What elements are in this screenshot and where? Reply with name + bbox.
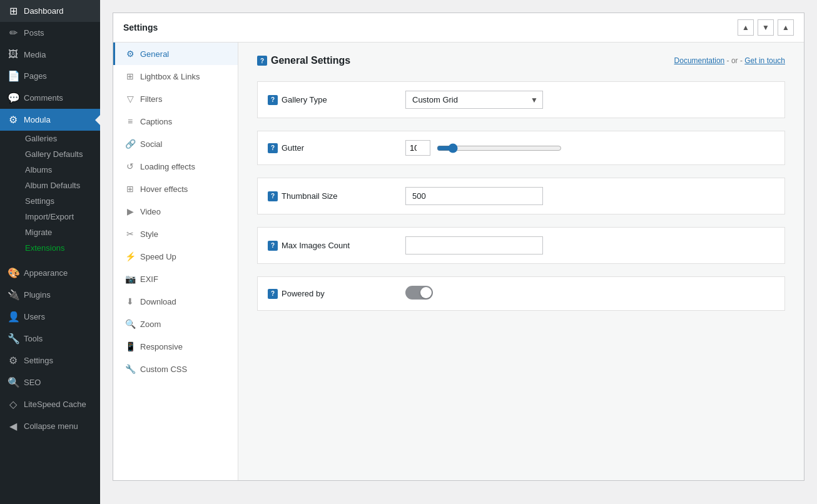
- gutter-help[interactable]: ?: [268, 143, 278, 153]
- nav-item-captions-label: Captions: [140, 117, 172, 126]
- sidebar-item-label: Posts: [24, 28, 44, 38]
- nav-item-video[interactable]: ▶ Video: [113, 200, 238, 223]
- sidebar-item-label: Settings: [24, 356, 53, 365]
- get-in-touch-link[interactable]: Get in touch: [744, 56, 785, 65]
- video-nav-icon: ▶: [125, 206, 135, 216]
- panel-down-button[interactable]: ▼: [758, 19, 774, 36]
- powered-by-toggle[interactable]: [405, 286, 433, 300]
- powered-by-help[interactable]: ?: [268, 289, 278, 299]
- sidebar-item-pages[interactable]: 📄 Pages: [0, 65, 100, 87]
- settings-panel: Settings ▲ ▼ ▲ ⚙ General ⊞ Lightbox & Li…: [113, 13, 804, 481]
- sidebar-item-modula[interactable]: ⚙ Modula: [0, 109, 100, 131]
- max-images-label-group: ? Max Images Count: [268, 241, 405, 251]
- gallery-type-select[interactable]: Custom Grid Masonry Slider Justified: [405, 91, 543, 109]
- thumbnail-size-help[interactable]: ?: [268, 191, 278, 201]
- max-images-help[interactable]: ?: [268, 241, 278, 251]
- nav-item-download[interactable]: ⬇ Download: [113, 290, 238, 313]
- gutter-label: Gutter: [282, 143, 304, 153]
- panel-up-button[interactable]: ▲: [738, 19, 754, 36]
- submenu-albums[interactable]: Albums: [8, 162, 100, 178]
- thumbnail-size-input[interactable]: [405, 187, 543, 205]
- sidebar-item-media[interactable]: 🖼 Media: [0, 44, 100, 65]
- gallery-type-row: ? Gallery Type Custom Grid Masonry Slide…: [257, 81, 785, 118]
- filters-nav-icon: ▽: [125, 94, 135, 104]
- thumbnail-size-row: ? Thumbnail Size: [257, 178, 785, 214]
- documentation-link[interactable]: Documentation: [674, 56, 725, 65]
- sidebar-item-posts[interactable]: ✏ Posts: [0, 22, 100, 44]
- general-settings-help[interactable]: ?: [257, 56, 267, 66]
- nav-item-style[interactable]: ✂ Style: [113, 223, 238, 245]
- sidebar-item-plugins[interactable]: 🔌 Plugins: [0, 284, 100, 306]
- sidebar-item-label: LiteSpeed Cache: [24, 400, 86, 409]
- thumbnail-size-label: Thumbnail Size: [282, 191, 338, 201]
- sidebar-item-litespeed[interactable]: ◇ LiteSpeed Cache: [0, 393, 100, 415]
- settings-wp-icon: ⚙: [8, 355, 19, 366]
- sidebar-item-seo[interactable]: 🔍 SEO: [0, 371, 100, 393]
- submenu-album-defaults[interactable]: Album Defaults: [8, 178, 100, 193]
- gutter-slider[interactable]: [437, 143, 562, 153]
- nav-item-download-label: Download: [140, 297, 176, 306]
- sidebar-item-label: Tools: [24, 334, 43, 343]
- nav-item-lightbox-links[interactable]: ⊞ Lightbox & Links: [113, 65, 238, 88]
- submenu-extensions[interactable]: Extensions: [8, 240, 100, 256]
- exif-nav-icon: 📷: [125, 274, 135, 284]
- powered-by-row: ? Powered by: [257, 276, 785, 311]
- nav-item-responsive[interactable]: 📱 Responsive: [113, 335, 238, 358]
- seo-icon: 🔍: [8, 376, 19, 388]
- powered-by-label-group: ? Powered by: [268, 289, 405, 299]
- submenu-galleries[interactable]: Galleries: [8, 131, 100, 146]
- zoom-nav-icon: 🔍: [125, 319, 135, 329]
- sidebar-item-label: Appearance: [24, 268, 68, 278]
- submenu-migrate[interactable]: Migrate: [8, 224, 100, 240]
- nav-item-hover-label: Hover effects: [140, 184, 188, 194]
- tools-icon: 🔧: [8, 333, 19, 345]
- settings-panel-title: Settings: [123, 23, 158, 33]
- sidebar-item-collapse[interactable]: ◀ Collapse menu: [0, 415, 100, 437]
- submenu-import-export[interactable]: Import/Export: [8, 209, 100, 224]
- sidebar-item-label: Pages: [24, 71, 47, 81]
- settings-content-links: Documentation - or - Get in touch: [674, 56, 785, 65]
- nav-item-speed-up[interactable]: ⚡ Speed Up: [113, 245, 238, 268]
- powered-by-label: Powered by: [282, 289, 325, 298]
- sidebar-item-settings-wp[interactable]: ⚙ Settings: [0, 350, 100, 371]
- max-images-control: [405, 236, 774, 255]
- posts-icon: ✏: [8, 27, 19, 39]
- max-images-input[interactable]: [405, 236, 543, 255]
- modula-icon: ⚙: [8, 114, 19, 126]
- nav-item-custom-css[interactable]: 🔧 Custom CSS: [113, 358, 238, 380]
- gallery-type-select-wrapper: Custom Grid Masonry Slider Justified ▼: [405, 91, 543, 109]
- nav-item-exif[interactable]: 📷 EXIF: [113, 268, 238, 290]
- gutter-value-input[interactable]: [405, 140, 430, 156]
- thumbnail-size-label-group: ? Thumbnail Size: [268, 191, 405, 201]
- nav-item-style-label: Style: [140, 229, 158, 239]
- max-images-label: Max Images Count: [282, 241, 350, 250]
- gutter-wrapper: [405, 140, 774, 156]
- nav-item-general[interactable]: ⚙ General: [113, 43, 238, 65]
- nav-item-hover-effects[interactable]: ⊞ Hover effects: [113, 178, 238, 200]
- nav-item-loading-effects[interactable]: ↺ Loading effects: [113, 155, 238, 178]
- gallery-type-label-group: ? Gallery Type: [268, 95, 405, 105]
- media-icon: 🖼: [8, 49, 19, 60]
- panel-collapse-button[interactable]: ▲: [778, 19, 794, 36]
- sidebar-item-comments[interactable]: 💬 Comments: [0, 87, 100, 109]
- gallery-type-help[interactable]: ?: [268, 95, 278, 105]
- submenu-settings[interactable]: Settings: [8, 193, 100, 209]
- nav-item-zoom[interactable]: 🔍 Zoom: [113, 313, 238, 335]
- nav-item-social[interactable]: 🔗 Social: [113, 133, 238, 155]
- nav-item-filters[interactable]: ▽ Filters: [113, 88, 238, 110]
- sidebar-item-users[interactable]: 👤 Users: [0, 306, 100, 328]
- social-nav-icon: 🔗: [125, 139, 135, 149]
- submenu-gallery-defaults[interactable]: Gallery Defaults: [8, 146, 100, 162]
- pages-icon: 📄: [8, 70, 19, 82]
- plugins-icon: 🔌: [8, 289, 19, 301]
- custom-css-nav-icon: 🔧: [125, 364, 135, 374]
- sidebar-item-tools[interactable]: 🔧 Tools: [0, 328, 100, 350]
- sidebar-item-dashboard[interactable]: ⊞ Dashboard: [0, 0, 100, 22]
- gutter-row: ? Gutter: [257, 131, 785, 165]
- sidebar-item-label: SEO: [24, 378, 41, 387]
- settings-content-header: ? General Settings Documentation - or - …: [257, 55, 785, 66]
- or-text: - or -: [727, 56, 745, 65]
- gallery-type-label: Gallery Type: [282, 95, 327, 104]
- sidebar-item-appearance[interactable]: 🎨 Appearance: [0, 262, 100, 284]
- nav-item-captions[interactable]: ≡ Captions: [113, 110, 238, 133]
